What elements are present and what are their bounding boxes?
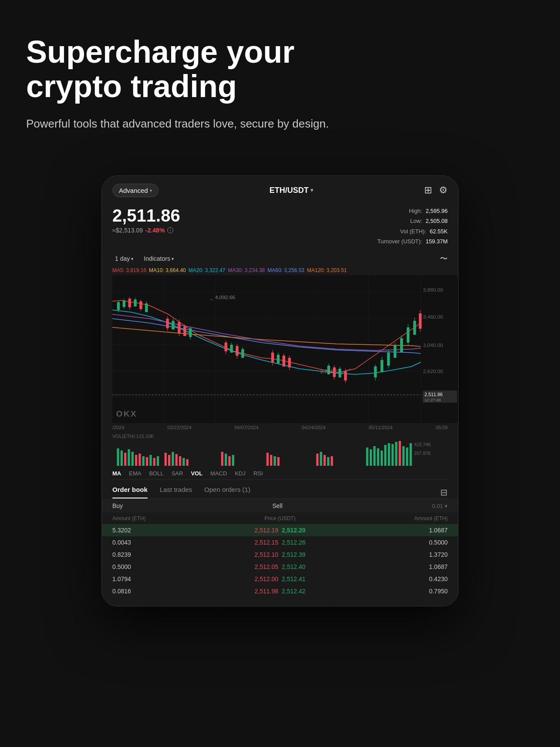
svg-rect-17 [128, 299, 131, 307]
svg-rect-115 [157, 456, 159, 466]
svg-rect-43 [230, 345, 233, 353]
svg-rect-57 [288, 358, 290, 367]
ob-row-1: 5.3202 2,512.19 2,512.20 1.0687 [102, 524, 458, 536]
indicators-button[interactable]: Indicators ▾ [141, 253, 176, 264]
hero-section: Supercharge your crypto trading Powerful… [0, 0, 560, 158]
indicator-tabs: MA EMA BOLL SAR VOL MACD KDJ RSI [102, 466, 458, 479]
svg-rect-127 [267, 453, 269, 466]
indicator-tab-ma[interactable]: MA [112, 470, 121, 477]
chevron-down-icon: ▾ [150, 188, 152, 193]
svg-rect-134 [327, 457, 329, 466]
price-sub: ≈$2,513.09 -2.48% i [112, 227, 180, 234]
svg-rect-109 [135, 455, 137, 466]
svg-text:4,092.66: 4,092.66 [215, 295, 235, 300]
svg-rect-78 [394, 346, 396, 358]
ob-row-3: 0.8239 2,512.10 2,512.39 1.3720 [102, 548, 458, 561]
indicator-tab-rsi[interactable]: RSI [253, 470, 263, 477]
svg-text:OKX: OKX [116, 410, 137, 418]
svg-rect-140 [381, 451, 383, 466]
ma20-indicator: MA20: 3,322.47 [189, 267, 226, 273]
svg-rect-32 [178, 322, 180, 333]
ob-buy-label: Buy [112, 502, 123, 509]
svg-rect-30 [172, 321, 174, 330]
svg-rect-80 [400, 338, 403, 352]
svg-rect-126 [232, 455, 234, 466]
svg-rect-105 [121, 451, 123, 466]
svg-rect-143 [391, 444, 394, 466]
svg-rect-14 [123, 300, 125, 307]
indicator-tab-boll[interactable]: BOLL [149, 470, 163, 477]
svg-rect-73 [381, 360, 383, 372]
svg-rect-113 [149, 455, 152, 466]
chart-type-icon[interactable]: 〜 [440, 253, 448, 264]
timeframe-button[interactable]: 1 day ▾ [112, 253, 136, 264]
ob-col-headers: Amount (ETH) Price (USDT) Amount (ETH) [102, 513, 458, 524]
dropdown-arrow-icon: ▾ [310, 187, 313, 193]
svg-rect-117 [168, 455, 170, 466]
svg-rect-137 [370, 449, 372, 466]
ob-qty-arrow-icon: ▾ [445, 503, 448, 509]
settings-icon[interactable]: ⚙ [439, 185, 448, 196]
svg-line-91 [210, 299, 213, 300]
svg-rect-141 [384, 445, 386, 466]
ma120-indicator: MA120: 3,203.51 [307, 267, 347, 273]
ma10-indicator: MA10: 3,664.40 [149, 267, 186, 273]
chart-svg: 4,092.66 2,791.53 3,880.00 3,460.00 3,04… [112, 275, 458, 423]
svg-rect-48 [241, 349, 244, 358]
svg-rect-75 [387, 353, 390, 366]
svg-rect-37 [189, 328, 192, 337]
svg-rect-133 [324, 455, 326, 466]
order-book-settings-icon[interactable]: ⊟ [440, 487, 448, 498]
svg-rect-128 [270, 455, 272, 466]
hero-subtitle: Powerful tools that advanced traders lov… [26, 116, 534, 131]
price-left: 2,511.86 ≈$2,513.09 -2.48% i [112, 206, 180, 234]
svg-rect-120 [179, 456, 181, 466]
svg-rect-67 [344, 371, 347, 380]
svg-rect-53 [277, 355, 280, 363]
svg-rect-135 [331, 456, 333, 466]
ob-row-6: 0.0816 2,511.98 2,512.42 0.7950 [102, 585, 458, 597]
phone-bottom [102, 597, 458, 606]
header-icons: ⊞ ⚙ [424, 185, 448, 196]
ob-row-2: 0.0043 2,512.15 2,512.26 0.5000 [102, 536, 458, 548]
svg-text:207.87K: 207.87K [414, 451, 431, 456]
indicator-tab-sar[interactable]: SAR [172, 470, 183, 477]
timeframe-arrow-icon: ▾ [131, 256, 133, 261]
svg-rect-20 [134, 299, 136, 306]
ob-row-5: 1.0794 2,512.00 2,512.41 0.4230 [102, 573, 458, 585]
indicator-tab-kdj[interactable]: KDJ [235, 470, 246, 477]
svg-rect-116 [165, 453, 167, 466]
svg-text:415.74K: 415.74K [414, 443, 431, 448]
svg-rect-11 [117, 302, 120, 310]
svg-rect-121 [182, 458, 185, 466]
main-price: 2,511.86 [112, 206, 180, 225]
svg-rect-82 [407, 327, 409, 343]
indicator-tab-ema[interactable]: EMA [129, 470, 141, 477]
svg-text:3,460.00: 3,460.00 [423, 315, 443, 320]
svg-rect-119 [175, 454, 178, 466]
order-tab-open[interactable]: Open orders (1) [204, 486, 250, 498]
volume-svg: 415.74K 207.87K [112, 440, 448, 466]
advanced-button[interactable]: Advanced ▾ [112, 184, 159, 197]
svg-rect-122 [186, 459, 189, 466]
svg-rect-142 [388, 443, 390, 466]
svg-rect-114 [153, 458, 155, 466]
vol-label: VOL(ETH):115.33K [102, 432, 458, 440]
order-tab-book[interactable]: Order book [112, 486, 148, 498]
order-book-header: Buy Sell 0.01 ▾ [102, 499, 458, 513]
layout-icon[interactable]: ⊞ [424, 185, 432, 196]
svg-rect-112 [146, 457, 148, 466]
indicator-tab-vol[interactable]: VOL [191, 470, 202, 477]
svg-rect-136 [366, 448, 368, 466]
svg-rect-107 [128, 449, 130, 466]
svg-text:2,511.86: 2,511.86 [425, 393, 443, 397]
indicator-tab-macd[interactable]: MACD [210, 470, 227, 477]
ma5-indicator: MA5: 3,819.16 [112, 267, 146, 273]
svg-rect-104 [117, 448, 119, 466]
svg-rect-132 [320, 452, 322, 466]
order-tab-trades[interactable]: Last trades [160, 486, 192, 498]
trading-pair[interactable]: ETH/USDT ▾ [270, 186, 313, 195]
svg-rect-148 [410, 443, 412, 466]
svg-rect-129 [273, 456, 276, 466]
svg-text:2,791.53: 2,791.53 [320, 369, 340, 374]
